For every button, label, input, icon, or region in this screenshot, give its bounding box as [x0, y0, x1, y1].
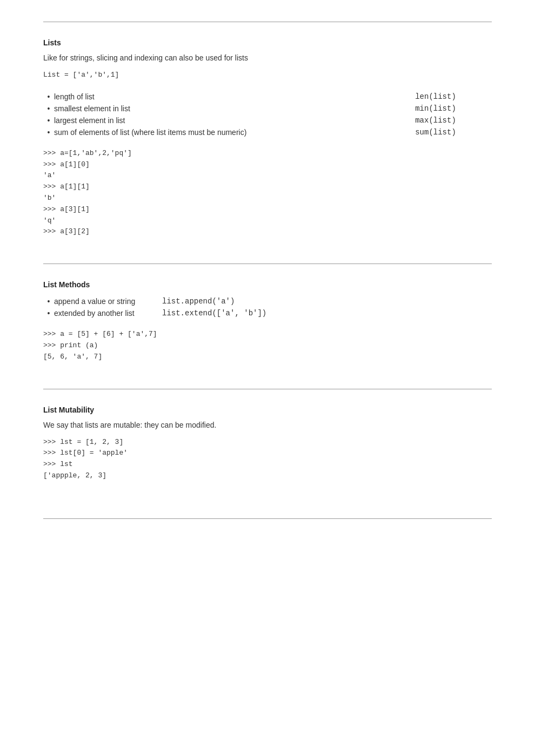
section-lists: Lists Like for strings, slicing and inde… [43, 22, 492, 264]
bullet-row-2: • smallest element in list min(list) [43, 103, 492, 114]
section-list-methods: List Methods • append a value or string … [43, 264, 492, 388]
section-lists-description: Like for strings, slicing and indexing c… [43, 53, 492, 62]
section-list-mutability: List Mutability We say that lists are mu… [43, 389, 492, 508]
methods-bullet-label-2: extended by another list [54, 307, 162, 319]
methods-bullet-dot-1: • [43, 295, 54, 307]
bullet-row-4: • sum of elements of list (where list it… [43, 126, 492, 138]
lists-intro-code: List = ['a','b',1] [43, 70, 492, 81]
lists-bullet-table: • length of list len(list) • smallest el… [43, 91, 492, 138]
methods-bullet-code-1: list.append('a') [162, 295, 492, 307]
bullet-row-1: • length of list len(list) [43, 91, 492, 103]
methods-bullet-code-2: list.extend(['a', 'b']) [162, 307, 492, 319]
section-list-mutability-description: We say that lists are mutable: they can … [43, 421, 492, 429]
methods-bullet-row-1: • append a value or string list.append('… [43, 295, 492, 307]
bottom-divider [43, 518, 492, 519]
bullet-code-4: sum(list) [415, 126, 492, 138]
list-methods-bullet-table: • append a value or string list.append('… [43, 295, 492, 319]
list-methods-code-block: >>> a = [5] + [6] + ['a',7] >>> print (a… [43, 329, 492, 362]
section-list-methods-title: List Methods [43, 280, 492, 289]
bullet-label-4: sum of elements of list (where list item… [54, 126, 415, 138]
bullet-dot-2: • [43, 103, 54, 114]
section-list-mutability-title: List Mutability [43, 406, 492, 414]
methods-bullet-row-2: • extended by another list list.extend([… [43, 307, 492, 319]
bullet-label-2: smallest element in list [54, 103, 415, 114]
methods-bullet-dot-2: • [43, 307, 54, 319]
bullet-dot-3: • [43, 114, 54, 126]
bullet-label-1: length of list [54, 91, 415, 103]
bullet-code-2: min(list) [415, 103, 492, 114]
lists-code-block: >>> a=[1,'ab',2,'pq'] >>> a[1][0] 'a' >>… [43, 148, 492, 238]
page-container: Lists Like for strings, slicing and inde… [0, 0, 535, 541]
bullet-dot-1: • [43, 91, 54, 103]
bullet-dot-4: • [43, 126, 54, 138]
methods-bullet-label-1: append a value or string [54, 295, 162, 307]
bullet-row-3: • largest element in list max(list) [43, 114, 492, 126]
bullet-code-1: len(list) [415, 91, 492, 103]
section-lists-title: Lists [43, 38, 492, 47]
bullet-label-3: largest element in list [54, 114, 415, 126]
list-mutability-code-block: >>> lst = [1, 2, 3] >>> lst[0] = 'apple'… [43, 437, 492, 482]
bullet-code-3: max(list) [415, 114, 492, 126]
